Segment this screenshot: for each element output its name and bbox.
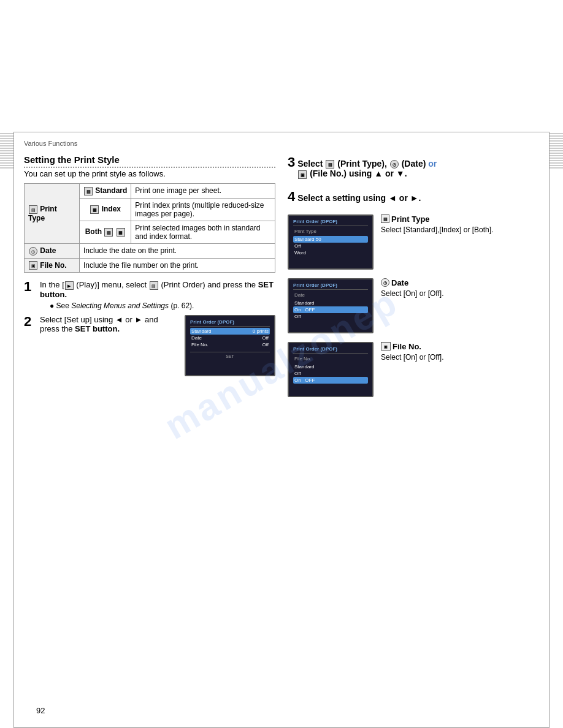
standard-description: Print one image per sheet. (131, 184, 275, 199)
step2-screen-title: Print Order (DPOF) (190, 319, 270, 327)
right-column: 3 Select ▤ (Print Type), ◷ (Date) or ▣ (… (288, 154, 539, 406)
screen2-desc-title: ◷ Date (381, 278, 539, 287)
step3-arrows: ▲ or ▼. (374, 169, 407, 178)
screen1-row2: Off (293, 243, 368, 249)
left-border-decoration (0, 132, 13, 169)
screen1-desc-text: Select [Standard],[Index] or [Both]. (381, 226, 539, 234)
step-3-text: Select ▤ (Print Type), ◷ (Date) or ▣ (Fi… (297, 159, 437, 179)
step2-row2-label: Date (191, 335, 202, 341)
desc2-icon: ◷ (381, 278, 389, 287)
screen2-desc-text: Select [On] or [Off]. (381, 289, 539, 298)
screen3-desc-text: Select [On] or [Off]. (381, 353, 539, 362)
screen3-description: ▣ File No. Select [On] or [Off]. (381, 342, 539, 362)
step2-row3-value: Off (262, 342, 269, 347)
step-1-block: 1 In the [▶ (Play)] menu, select ▤ (Prin… (24, 280, 275, 310)
screen1-row3-label: Word (294, 250, 306, 256)
step4-arrows: ◄ or ►. (388, 193, 421, 203)
screen1-desc-title: ▤ Print Type (381, 214, 539, 224)
index-icon: ▦ (90, 205, 99, 214)
screen2-subtitle: Date (293, 292, 368, 298)
screen3-desc-title: ▣ File No. (381, 342, 539, 351)
step3-print-icon: ▤ (326, 160, 334, 169)
step-3-block: 3 Select ▤ (Print Type), ◷ (Date) or ▣ (… (288, 154, 539, 179)
print-style-table: ▤ Print Type ▤ Standard Print one image … (24, 183, 275, 273)
both-label: Both ▤ ▦ (80, 221, 131, 243)
step-1-number: 1 (24, 280, 36, 294)
right-border-decoration (550, 132, 563, 169)
step2-row1-value: 0 prints (253, 328, 269, 334)
print-type-header: ▤ Print Type (25, 184, 80, 244)
screen1-description: ▤ Print Type Select [Standard],[Index] o… (381, 214, 539, 234)
fileno-header: ▣ File No. (25, 258, 80, 273)
step2-screen-bottom: SET (190, 352, 270, 358)
step3-or: or (428, 159, 437, 169)
step-2-camera-screen: Print Order (DPOF) Standard 0 prints Dat… (185, 315, 275, 376)
step-2-bold: SET button. (75, 324, 120, 333)
both-icon1: ▤ (104, 228, 113, 237)
screen3-row1-label: Standard (294, 364, 314, 370)
both-text: Both (85, 227, 102, 236)
step2-row3-label: File No. (191, 342, 209, 347)
screen1-title: Print Order (DPOF) (293, 219, 368, 226)
step-2-block: 2 Select [Set up] using ◄ or ► and press… (24, 315, 275, 376)
screen3-row3-label: On OFF (294, 377, 315, 383)
screen2-row2: On OFF (293, 306, 368, 313)
index-description: Print index prints (multiple reduced-siz… (131, 198, 275, 221)
table-row: ◷ Date Include the date on the print. (25, 243, 275, 258)
step2-row1-label: Standard (191, 328, 211, 334)
standard-label: ▤ Standard (80, 184, 131, 199)
date-screen-block: Print Order (DPOF) Date Standard On OFF … (288, 278, 539, 333)
step-2-content: Select [Set up] using ◄ or ► and press t… (40, 315, 275, 376)
date-header: ◷ Date (25, 243, 80, 258)
screen2-title: Print Order (DPOF) (293, 282, 368, 290)
fileno-camera-screen: Print Order (DPOF) File No. Standard Off… (288, 342, 373, 397)
page-number: 92 (36, 706, 45, 715)
print-type-camera-screen: Print Order (DPOF) Print Type Standard 5… (288, 214, 373, 270)
intro-text: You can set up the print style as follow… (24, 169, 275, 178)
screen1-row1: Standard 50 (293, 236, 368, 243)
section-label: Various Functions (24, 140, 539, 150)
both-icon2: ▦ (117, 228, 125, 237)
screen1-subtitle: Print Type (293, 228, 368, 235)
step-2-number: 2 (24, 315, 36, 328)
step3-fileno-icon: ▣ (298, 170, 307, 179)
step3-date-icon: ◷ (390, 160, 399, 169)
print-order-icon: ▤ (150, 281, 158, 290)
left-column: Setting the Print Style You can set up t… (24, 154, 275, 406)
step-4-heading: 4 Select a setting using ◄ or ►. (288, 189, 539, 205)
step2-screen-row-3: File No. Off (190, 341, 270, 348)
standard-text: Standard (95, 186, 127, 195)
screen1-row2-label: Off (294, 243, 301, 249)
screen3-row2-label: Off (294, 371, 301, 376)
step-1-content: In the [▶ (Play)] menu, select ▤ (Print … (40, 280, 275, 310)
screen2-description: ◷ Date Select [On] or [Off]. (381, 278, 539, 298)
desc1-label: Print Type (391, 214, 430, 224)
step-2-text: Select [Set up] using ◄ or ► and press t… (40, 315, 180, 333)
print-type-screen-block: Print Order (DPOF) Print Type Standard 5… (288, 214, 539, 270)
screen2-row3-label: Off (294, 314, 301, 319)
two-column-layout: Setting the Print Style You can set up t… (24, 154, 539, 406)
step2-row2-value: Off (262, 335, 269, 341)
index-text: Index (102, 205, 121, 213)
main-content: Various Functions Setting the Print Styl… (13, 132, 550, 728)
step-1-italic: Selecting Menus and Settings (71, 301, 169, 310)
index-label: ▦ Index (80, 198, 131, 221)
fileno-icon: ▣ (29, 261, 37, 270)
desc1-icon: ▤ (381, 214, 389, 223)
desc2-label: Date (391, 278, 408, 287)
step-1-text: In the [▶ (Play)] menu, select ▤ (Print … (40, 280, 274, 299)
fileno-screen-block: Print Order (DPOF) File No. Standard Off… (288, 342, 539, 397)
screen3-title: Print Order (DPOF) (293, 346, 368, 354)
print-type-icon: ▤ (29, 205, 37, 214)
screen2-row1: Standard (293, 300, 368, 306)
table-row: ▣ File No. Include the file number on th… (25, 258, 275, 273)
step-4-block: 4 Select a setting using ◄ or ►. (288, 189, 539, 205)
date-camera-screen: Print Order (DPOF) Date Standard On OFF … (288, 278, 373, 333)
screen2-row1-label: Standard (294, 300, 314, 306)
step-1-bullet: See Selecting Menus and Settings (p. 62)… (50, 301, 275, 310)
play-icon: ▶ (65, 281, 74, 290)
table-row: ▤ Print Type ▤ Standard Print one image … (25, 184, 275, 199)
step-4-number: 4 (288, 189, 295, 205)
desc3-label: File No. (393, 342, 421, 351)
desc3-icon: ▣ (381, 342, 391, 351)
